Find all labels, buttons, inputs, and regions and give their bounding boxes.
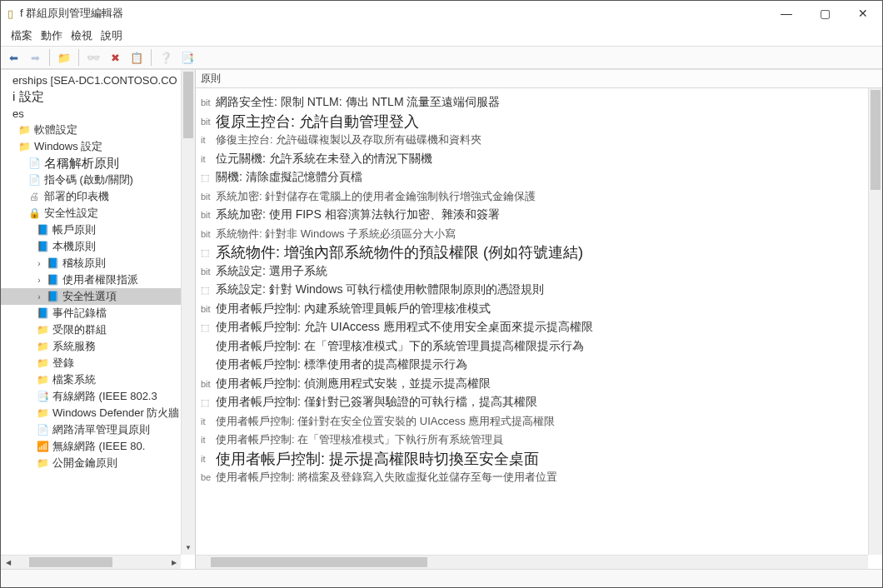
node-label: 安全性選項 [62,289,117,304]
scrollbar-right-arrow[interactable]: ▶ [167,556,181,569]
tree-node[interactable]: 📑有線網路 (IEEE 802.3 [1,388,195,405]
node-label: Windows 設定 [34,139,102,154]
window-title: f 群組原則管理編輯器 [20,6,123,21]
policy-text: 修復主控台: 允許磁碟複製以及存取所有磁碟機和資料夾 [216,132,481,147]
tree-node[interactable]: 📁Windows 設定 [1,138,195,155]
properties-icon[interactable]: 📋 [127,48,146,67]
node-icon: 🖨 [27,190,41,203]
scrollbar-thumb[interactable] [183,72,193,138]
policy-row[interactable]: be使用者帳戶控制: 將檔案及登錄寫入失敗虛擬化並儲存至每一使用者位置 [201,468,877,487]
tree-node[interactable]: ›📘稽核原則 [1,255,195,272]
up-folder-icon[interactable]: 📁 [55,48,73,67]
policy-row[interactable]: ⬚系統物件: 增強內部系統物件的預設權限 (例如符號連結) [201,243,877,262]
scrollbar-thumb[interactable] [871,90,881,190]
policy-row[interactable]: bit使用者帳戶控制: 內建系統管理員帳戶的管理核准模式 [201,300,877,319]
policy-row[interactable]: 使用者帳戶控制: 標準使用者的提高權限提示行為 [201,356,877,375]
menu-help[interactable]: 說明 [97,26,126,46]
tree-node[interactable]: 📁軟體設定 [1,122,195,138]
policy-text: 使用者帳戶控制: 偵測應用程式安裝，並提示提高權限 [216,376,491,391]
menu-view[interactable]: 檢視 [67,26,96,46]
policy-text: 系統加密: 針對儲存在電腦上的使用者金鑰強制執行增強式金鑰保護 [216,189,536,204]
tree-hscrollbar[interactable]: ◀ ▶ [1,555,181,569]
tree-node[interactable]: 🔒安全性設定 [1,205,195,222]
app-icon: ▯ [7,7,13,20]
tree-node[interactable]: 🖨部署的印表機 [1,188,195,205]
policy-row[interactable]: bit系統設定: 選用子系統 [201,262,877,282]
menu-action[interactable]: 動作 [37,26,66,46]
tree-node[interactable]: 📘帳戶原則 [1,222,195,238]
close-button[interactable]: ✕ [844,1,882,26]
maximize-button[interactable]: ▢ [806,1,844,26]
list-icon[interactable]: 📑 [178,48,197,67]
tree-node[interactable]: 📁公開金鑰原則 [1,455,195,471]
node-icon: 📄 [27,173,41,187]
node-icon: 📁 [36,456,49,470]
tree-node[interactable]: i 設定 [1,88,195,105]
tree-node[interactable]: ›📘安全性選項 [1,288,195,305]
tree-node[interactable]: 📶無線網路 (IEEE 80. [1,438,195,455]
scrollbar-thumb[interactable] [29,557,112,567]
tree-node[interactable]: ›📘使用者權限指派 [1,272,195,288]
tree-node[interactable]: 📁系統服務 [1,338,195,355]
policy-row[interactable]: bit系統加密: 針對儲存在電腦上的使用者金鑰強制執行增強式金鑰保護 [201,187,877,207]
tree-node[interactable]: 📄名稱解析原則 [1,155,195,172]
statusbar [1,569,882,587]
node-label: 使用者權限指派 [62,272,138,287]
policy-icon: bit [201,192,216,202]
policy-row[interactable]: it使用者帳戶控制: 在「管理核准模式」下執行所有系統管理員 [201,431,877,450]
policy-row[interactable]: it使用者帳戶控制: 提示提高權限時切換至安全桌面 [201,450,877,469]
tree-node[interactable]: 📁受限的群組 [1,321,195,338]
scrollbar-thumb[interactable] [211,557,427,567]
policy-text: 使用者帳戶控制: 內建系統管理員帳戶的管理核准模式 [216,301,491,316]
policy-text: 網路安全性: 限制 NTLM: 傳出 NTLM 流量至遠端伺服器 [216,95,500,110]
tree-node[interactable]: 📄網路清單管理員原則 [1,421,195,438]
content-vscrollbar[interactable] [868,88,882,555]
policy-row[interactable]: ⬚使用者帳戶控制: 僅針對已簽署與驗證的可執行檔，提高其權限 [201,393,877,412]
tree-node[interactable]: 📘事件記錄檔 [1,305,195,321]
expand-icon[interactable]: › [34,259,44,268]
node-label: 系統服務 [52,339,96,354]
policy-row[interactable]: bit系統物件: 針對非 Windows 子系統必須區分大小寫 [201,225,877,244]
back-icon[interactable]: ⬅ [4,48,22,67]
policy-text: 使用者帳戶控制: 僅針對在安全位置安裝的 UIAccess 應用程式提高權限 [216,414,555,429]
policy-icon: ⬚ [201,397,216,408]
policy-row[interactable]: 使用者帳戶控制: 在「管理核准模式」下的系統管理員提高權限提示行為 [201,337,877,356]
node-icon: 📘 [46,290,59,303]
cut-icon[interactable]: 👓 [84,48,102,67]
content-pane: 原則 bit網路安全性: 限制 NTLM: 傳出 NTLM 流量至遠端伺服器bi… [196,70,882,569]
tree-node[interactable]: 📁登錄 [1,355,195,371]
forward-icon[interactable]: ➡ [26,48,44,67]
node-label: 安全性設定 [44,206,98,221]
scrollbar-down-arrow[interactable]: ▼ [182,541,195,555]
column-header-policy[interactable]: 原則 [196,70,882,88]
tree-pane: erships [SEA-DC1.CONTOSO.COi 設定es📁軟體設定📁W… [1,70,196,569]
policy-row[interactable]: bit系統加密: 使用 FIPS 相容演算法執行加密、雜湊和簽署 [201,206,877,225]
policy-text: 使用者帳戶控制: 提示提高權限時切換至安全桌面 [216,449,539,469]
policy-text: 使用者帳戶控制: 允許 UIAccess 應用程式不使用安全桌面來提示提高權限 [216,320,593,335]
tree-node[interactable]: 📄指令碼 (啟動/關閉) [1,172,195,188]
policy-row[interactable]: ⬚關機: 清除虛擬記憶體分頁檔 [201,168,877,187]
tree-node[interactable]: 📁Windows Defender 防火牆 [1,405,195,421]
policy-row[interactable]: it修復主控台: 允許磁碟複製以及存取所有磁碟機和資料夾 [201,131,877,150]
policy-row[interactable]: it位元關機: 允許系統在未登入的情況下關機 [201,150,877,169]
tree-node[interactable]: 📘本機原則 [1,238,195,255]
minimize-button[interactable]: — [767,1,806,26]
tree-node[interactable]: erships [SEA-DC1.CONTOSO.CO [1,72,195,88]
expand-icon[interactable]: › [34,292,44,301]
policy-row[interactable]: it使用者帳戶控制: 僅針對在安全位置安裝的 UIAccess 應用程式提高權限 [201,412,877,431]
tree-vscrollbar[interactable]: ▲ ▼ [181,70,195,555]
scrollbar-left-arrow[interactable]: ◀ [1,556,15,569]
tree-node[interactable]: es [1,105,195,122]
policy-row[interactable]: bit網路安全性: 限制 NTLM: 傳出 NTLM 流量至遠端伺服器 [201,93,877,112]
delete-icon[interactable]: ✖ [106,48,124,67]
policy-row[interactable]: bit復原主控台: 允許自動管理登入 [201,112,877,132]
help-icon[interactable]: ❔ [157,48,175,67]
policy-icon: it [201,154,216,164]
menu-file[interactable]: 檔案 [7,26,36,46]
content-hscrollbar[interactable] [196,555,868,569]
expand-icon[interactable]: › [34,276,44,285]
tree-node[interactable]: 📁檔案系統 [1,371,195,388]
policy-row[interactable]: bit使用者帳戶控制: 偵測應用程式安裝，並提示提高權限 [201,375,877,394]
policy-row[interactable]: ⬚系統設定: 針對 Windows 可執行檔使用軟體限制原則的憑證規則 [201,281,877,300]
policy-row[interactable]: ⬚使用者帳戶控制: 允許 UIAccess 應用程式不使用安全桌面來提示提高權限 [201,318,877,337]
